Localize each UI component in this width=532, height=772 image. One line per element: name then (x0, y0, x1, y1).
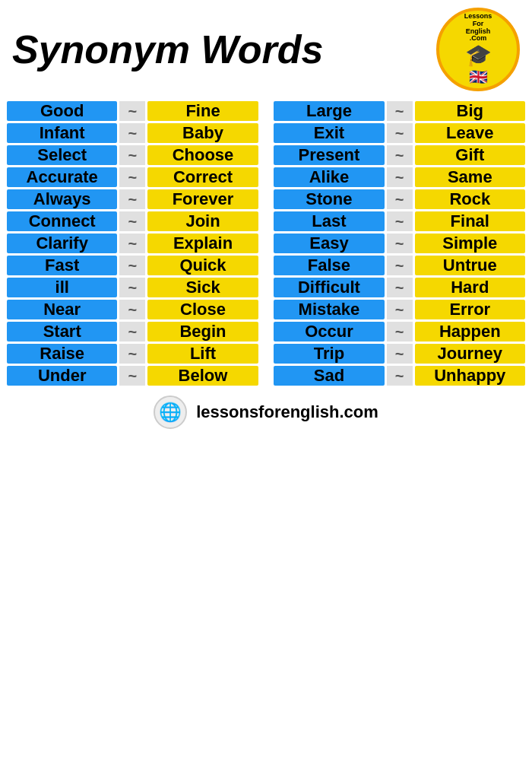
table-row: Infant ~ Baby Exit ~ Leave (7, 123, 525, 143)
tilde-left: ~ (119, 211, 145, 231)
tilde-right: ~ (387, 278, 413, 297)
tilde-right: ~ (387, 123, 413, 143)
right-word: Mistake (274, 300, 384, 319)
logo-icon: 🎓 (465, 43, 492, 68)
right-word: Difficult (274, 278, 384, 297)
tilde-right: ~ (387, 145, 413, 165)
tilde-left: ~ (119, 256, 145, 275)
table-row: Connect ~ Join Last ~ Final (7, 211, 525, 231)
right-synonym: Unhappy (415, 366, 525, 386)
right-synonym: Happen (415, 322, 525, 342)
tilde-left: ~ (119, 344, 145, 364)
column-gap (261, 344, 272, 364)
tilde-left: ~ (119, 101, 145, 121)
left-synonym: Forever (147, 189, 258, 209)
tilde-left: ~ (119, 300, 145, 319)
right-synonym: Big (415, 101, 525, 121)
left-word: ill (7, 278, 117, 297)
right-word: Exit (274, 123, 384, 143)
left-synonym: Choose (147, 145, 258, 165)
left-word: Clarify (7, 234, 117, 253)
right-word: False (274, 256, 384, 275)
table-row: Good ~ Fine Large ~ Big (7, 101, 525, 121)
tilde-right: ~ (387, 256, 413, 275)
left-synonym: Close (147, 300, 258, 319)
website-icon: 🌐 (154, 396, 187, 429)
tilde-right: ~ (387, 366, 413, 386)
left-synonym: Fine (147, 101, 258, 121)
right-word: Occur (274, 322, 384, 342)
right-word: Trip (274, 344, 384, 364)
tilde-left: ~ (119, 189, 145, 209)
left-synonym: Quick (147, 256, 258, 275)
right-synonym: Hard (415, 278, 525, 297)
column-gap (261, 278, 272, 297)
tilde-left: ~ (119, 366, 145, 386)
right-synonym: Simple (415, 234, 525, 253)
right-word: Alike (274, 167, 384, 187)
tilde-left: ~ (119, 167, 145, 187)
column-gap (261, 145, 272, 165)
tilde-right: ~ (387, 101, 413, 121)
right-word: Last (274, 211, 384, 231)
right-synonym: Same (415, 167, 525, 187)
tilde-right: ~ (387, 167, 413, 187)
tilde-right: ~ (387, 211, 413, 231)
left-synonym: Begin (147, 322, 258, 342)
table-row: Select ~ Choose Present ~ Gift (7, 145, 525, 165)
tilde-left: ~ (119, 278, 145, 297)
right-synonym: Error (415, 300, 525, 319)
table-row: Raise ~ Lift Trip ~ Journey (7, 344, 525, 364)
left-word: Infant (7, 123, 117, 143)
left-synonym: Explain (147, 234, 258, 253)
column-gap (261, 234, 272, 253)
left-synonym: Sick (147, 278, 258, 297)
column-gap (261, 101, 272, 121)
table-row: Near ~ Close Mistake ~ Error (7, 300, 525, 319)
right-synonym: Gift (415, 145, 525, 165)
left-word: Always (7, 189, 117, 209)
tilde-left: ~ (119, 322, 145, 342)
column-gap (261, 256, 272, 275)
column-gap (261, 123, 272, 143)
tilde-right: ~ (387, 300, 413, 319)
left-synonym: Below (147, 366, 258, 386)
right-synonym: Leave (415, 123, 525, 143)
left-word: Select (7, 145, 117, 165)
footer-url: lessonsforenglish.com (196, 402, 378, 422)
synonym-table-container: Good ~ Fine Large ~ Big Infant ~ Baby Ex… (0, 99, 532, 388)
table-row: ill ~ Sick Difficult ~ Hard (7, 278, 525, 297)
column-gap (261, 322, 272, 342)
left-word: Accurate (7, 167, 117, 187)
tilde-right: ~ (387, 234, 413, 253)
logo: LessonsForEnglish.Com 🎓 🇬🇧 (436, 8, 520, 91)
left-word: Near (7, 300, 117, 319)
right-word: Stone (274, 189, 384, 209)
right-word: Sad (274, 366, 384, 386)
table-row: Start ~ Begin Occur ~ Happen (7, 322, 525, 342)
tilde-right: ~ (387, 344, 413, 364)
table-row: Clarify ~ Explain Easy ~ Simple (7, 234, 525, 253)
right-word: Present (274, 145, 384, 165)
left-synonym: Join (147, 211, 258, 231)
table-row: Always ~ Forever Stone ~ Rock (7, 189, 525, 209)
tilde-right: ~ (387, 322, 413, 342)
tilde-left: ~ (119, 145, 145, 165)
left-word: Under (7, 366, 117, 386)
left-word: Good (7, 101, 117, 121)
table-row: Accurate ~ Correct Alike ~ Same (7, 167, 525, 187)
tilde-left: ~ (119, 123, 145, 143)
column-gap (261, 300, 272, 319)
left-word: Connect (7, 211, 117, 231)
page-header: Synonym Words LessonsForEnglish.Com 🎓 🇬🇧 (0, 0, 532, 96)
column-gap (261, 211, 272, 231)
logo-text: LessonsForEnglish.Com (464, 13, 492, 43)
tilde-right: ~ (387, 189, 413, 209)
column-gap (261, 366, 272, 386)
right-synonym: Rock (415, 189, 525, 209)
left-synonym: Correct (147, 167, 258, 187)
left-word: Fast (7, 256, 117, 275)
left-synonym: Baby (147, 123, 258, 143)
left-word: Raise (7, 344, 117, 364)
right-synonym: Untrue (415, 256, 525, 275)
